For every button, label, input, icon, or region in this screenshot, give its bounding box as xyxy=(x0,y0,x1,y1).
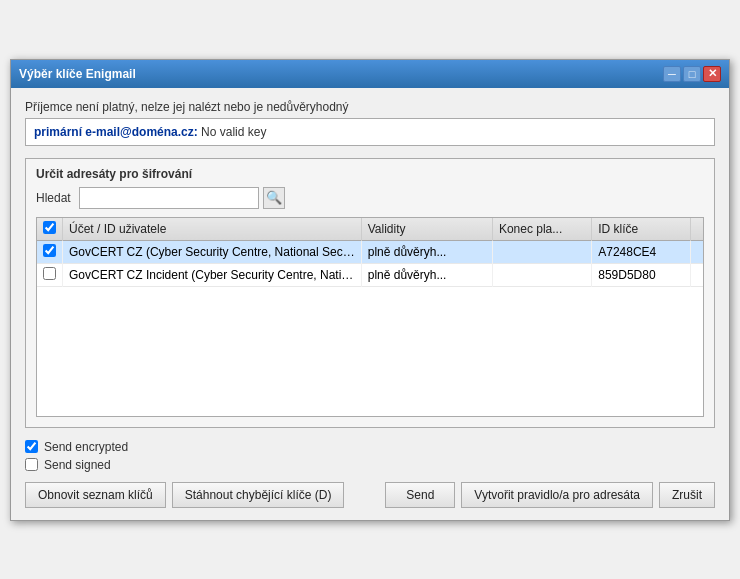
recipient-email: primární e-mail@doména.cz: xyxy=(34,125,198,139)
col-header-account: Účet / ID uživatele xyxy=(63,218,362,241)
send-signed-checkbox[interactable] xyxy=(25,458,38,471)
col-header-keyid: ID klíče xyxy=(592,218,691,241)
invalid-recipient-label: Příjemce není platný, nelze jej nalézt n… xyxy=(25,100,715,114)
window-title: Výběr klíče Enigmail xyxy=(19,67,136,81)
row-validity-1: plně důvěryh... xyxy=(361,263,492,286)
invalid-recipient-box: primární e-mail@doména.cz: No valid key xyxy=(25,118,715,146)
send-signed-row: Send signed xyxy=(25,458,715,472)
enigmail-key-picker-window: Výběr klíče Enigmail ─ □ ✕ Příjemce není… xyxy=(10,59,730,521)
send-encrypted-row: Send encrypted xyxy=(25,440,715,454)
row-icon-0 xyxy=(691,240,704,263)
window-content: Příjemce není platný, nelze jej nalézt n… xyxy=(11,88,729,520)
col-header-check xyxy=(37,218,63,241)
close-button[interactable]: ✕ xyxy=(703,66,721,82)
title-bar-buttons: ─ □ ✕ xyxy=(663,66,721,82)
minimize-button[interactable]: ─ xyxy=(663,66,681,82)
search-input[interactable] xyxy=(79,187,259,209)
send-encrypted-checkbox[interactable] xyxy=(25,440,38,453)
row-check-0[interactable] xyxy=(37,240,63,263)
key-table: Účet / ID uživatele Validity Konec pla..… xyxy=(37,218,703,287)
row-expiry-1 xyxy=(492,263,591,286)
row-account-0: GovCERT CZ (Cyber Security Centre, Natio… xyxy=(63,240,362,263)
col-header-expiry: Konec pla... xyxy=(492,218,591,241)
row-check-1[interactable] xyxy=(37,263,63,286)
row-icon-1 xyxy=(691,263,704,286)
search-icon: 🔍 xyxy=(266,190,282,205)
button-row-right: Send Vytvořit pravidlo/a pro adresáta Zr… xyxy=(385,482,715,508)
button-row: Obnovit seznam klíčů Stáhnout chybějící … xyxy=(25,482,715,508)
col-header-icon xyxy=(691,218,704,241)
col-header-validity: Validity xyxy=(361,218,492,241)
key-table-scroll[interactable]: Účet / ID uživatele Validity Konec pla..… xyxy=(37,218,703,416)
encryption-group: Určit adresáty pro šifrování Hledat 🔍 xyxy=(25,158,715,428)
button-row-left: Obnovit seznam klíčů Stáhnout chybějící … xyxy=(25,482,344,508)
encryption-group-title: Určit adresáty pro šifrování xyxy=(36,167,704,181)
table-header-row: Účet / ID uživatele Validity Konec pla..… xyxy=(37,218,703,241)
select-all-checkbox[interactable] xyxy=(43,221,56,234)
row-keyid-1: 859D5D80 xyxy=(592,263,691,286)
table-body: GovCERT CZ (Cyber Security Centre, Natio… xyxy=(37,240,703,286)
search-row: Hledat 🔍 xyxy=(36,187,704,209)
title-bar: Výběr klíče Enigmail ─ □ ✕ xyxy=(11,60,729,88)
send-signed-label: Send signed xyxy=(44,458,111,472)
key-table-wrapper: Účet / ID uživatele Validity Konec pla..… xyxy=(36,217,704,417)
send-encrypted-label: Send encrypted xyxy=(44,440,128,454)
row-validity-0: plně důvěryh... xyxy=(361,240,492,263)
row-account-1: GovCERT CZ Incident (Cyber Security Cent… xyxy=(63,263,362,286)
search-label: Hledat xyxy=(36,191,71,205)
download-missing-button[interactable]: Stáhnout chybějící klíče (D) xyxy=(172,482,345,508)
options-checkboxes: Send encrypted Send signed xyxy=(25,440,715,472)
row-keyid-0: A7248CE4 xyxy=(592,240,691,263)
search-button[interactable]: 🔍 xyxy=(263,187,285,209)
row-expiry-0 xyxy=(492,240,591,263)
send-button[interactable]: Send xyxy=(385,482,455,508)
row-checkbox-1[interactable] xyxy=(43,267,56,280)
create-rule-button[interactable]: Vytvořit pravidlo/a pro adresáta xyxy=(461,482,653,508)
refresh-keys-button[interactable]: Obnovit seznam klíčů xyxy=(25,482,166,508)
cancel-button[interactable]: Zrušit xyxy=(659,482,715,508)
maximize-button[interactable]: □ xyxy=(683,66,701,82)
no-valid-key-text: No valid key xyxy=(201,125,266,139)
table-row[interactable]: GovCERT CZ Incident (Cyber Security Cent… xyxy=(37,263,703,286)
table-row[interactable]: GovCERT CZ (Cyber Security Centre, Natio… xyxy=(37,240,703,263)
row-checkbox-0[interactable] xyxy=(43,244,56,257)
